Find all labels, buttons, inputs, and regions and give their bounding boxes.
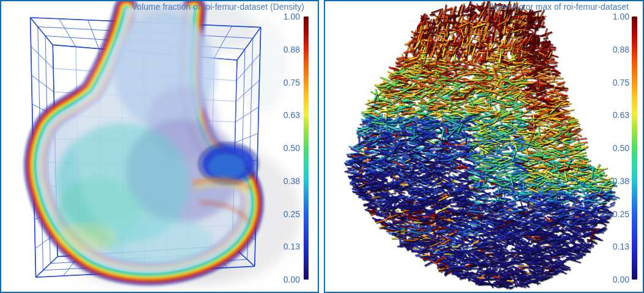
glyph-field-viewport[interactable] xyxy=(325,1,643,292)
view-title-volume: Volume fraction of roi-femur-dataset (De… xyxy=(132,2,304,12)
render-view-glyphs: Eigenvector max of roi-femur-dataset 1.0… xyxy=(324,0,644,293)
volume-rendering-viewport[interactable] xyxy=(1,1,318,292)
dual-render-view-layout: Volume fraction of roi-femur-dataset (De… xyxy=(0,0,644,293)
render-view-volume: Volume fraction of roi-femur-dataset (De… xyxy=(0,0,319,293)
view-title-glyphs: Eigenvector max of roi-femur-dataset xyxy=(488,2,629,12)
